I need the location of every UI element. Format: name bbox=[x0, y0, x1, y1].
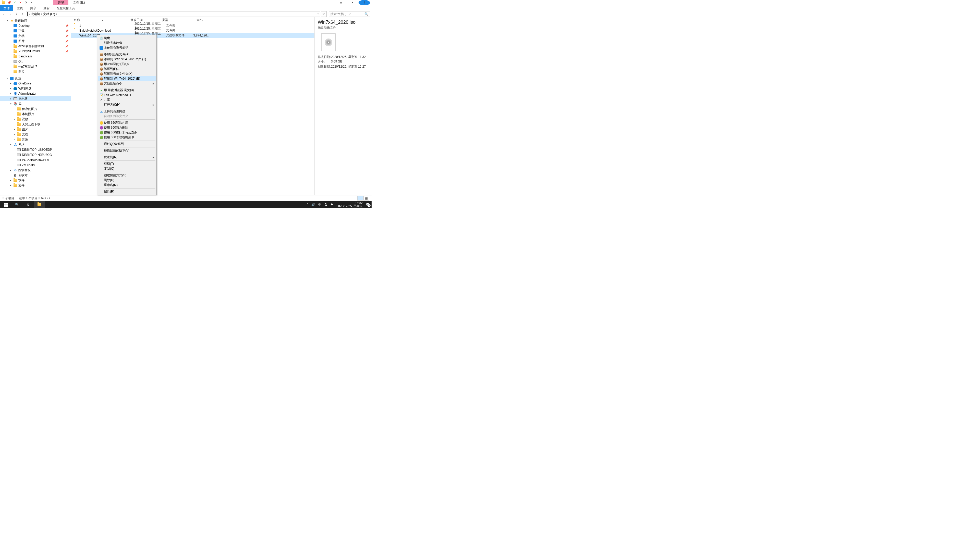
help-button[interactable]: ? bbox=[359, 0, 370, 5]
nav-this-pc[interactable]: ▸此电脑 bbox=[0, 96, 71, 101]
ctx-send-to[interactable]: 发送到(N)▶ bbox=[98, 155, 156, 160]
qat-delete-icon[interactable]: ✖ bbox=[18, 0, 22, 5]
nav-excel[interactable]: excel表格制作求和📌 bbox=[0, 44, 71, 49]
file-row[interactable]: 1 2020/12/15, 星期二 1... 文件夹 bbox=[71, 23, 314, 28]
nav-pictures[interactable]: 图片📌 bbox=[0, 38, 71, 44]
nav-desktop-root[interactable]: ▾桌面 bbox=[0, 76, 71, 81]
ctx-properties[interactable]: 属性(R) bbox=[98, 189, 156, 194]
ctx-other-compress[interactable]: 📦其他压缩命令▶ bbox=[98, 81, 156, 86]
tab-share[interactable]: 共享 bbox=[27, 5, 40, 11]
nav-yunqishi[interactable]: YUNQISHI2019📌 bbox=[0, 49, 71, 54]
minimize-button[interactable]: ― bbox=[324, 0, 335, 5]
ime-indicator[interactable]: 中 bbox=[318, 203, 321, 207]
nav-forward-button[interactable]: → bbox=[8, 11, 13, 17]
nav-camera[interactable]: 本机照片 bbox=[0, 111, 71, 117]
close-button[interactable]: ✕ bbox=[347, 0, 358, 5]
maximize-button[interactable]: ▭ bbox=[335, 0, 347, 5]
nav-pc3[interactable]: PC-20190530OBLA bbox=[0, 157, 71, 162]
nav-control-panel[interactable]: ▸⚙控制面板 bbox=[0, 168, 71, 173]
ctx-open-with[interactable]: 打开方式(H)▶ bbox=[98, 102, 156, 107]
ctx-360-scan[interactable]: 🟢使用 360进行木马云查杀 bbox=[98, 130, 156, 135]
ctx-copy[interactable]: 复制(C) bbox=[98, 166, 156, 171]
task-view-button[interactable]: ⧉ bbox=[22, 201, 34, 208]
flag-icon[interactable]: ⚑ bbox=[331, 203, 333, 206]
ctx-notepadpp[interactable]: 📝Edit with Notepad++ bbox=[98, 93, 156, 97]
ctx-qq-send[interactable]: 通过QQ发送到 bbox=[98, 141, 156, 146]
nav-pc2[interactable]: DESKTOP-NJEU3CG bbox=[0, 152, 71, 157]
ctx-honey-browser[interactable]: ●用 蜂蜜浏览器 浏览(3) bbox=[98, 88, 156, 93]
nav-back-button[interactable]: ← bbox=[2, 11, 6, 17]
nav-videos[interactable]: ▸视频 bbox=[0, 117, 71, 122]
ctx-baidu-upload[interactable]: ☁上传到百度网盘 bbox=[98, 109, 156, 114]
tab-home[interactable]: 主页 bbox=[13, 5, 27, 11]
ctx-360-unlock[interactable]: 🟡使用 360解除占用 bbox=[98, 121, 156, 125]
start-button[interactable] bbox=[0, 201, 11, 208]
ctx-delete[interactable]: 删除(D) bbox=[98, 178, 156, 183]
explorer-task[interactable] bbox=[34, 201, 45, 208]
qat-more-icon[interactable]: ▾ bbox=[30, 0, 34, 5]
nav-downloads[interactable]: 下载📌 bbox=[0, 28, 71, 33]
nav-pc4[interactable]: ZMT2019 bbox=[0, 162, 71, 168]
ctx-mount[interactable]: 💿装载 bbox=[98, 36, 156, 41]
ctx-extract-here[interactable]: 📦解压到当前文件夹(X) bbox=[98, 71, 156, 76]
view-details-button[interactable]: ☰ bbox=[357, 196, 363, 200]
view-icons-button[interactable]: ▦ bbox=[363, 196, 369, 200]
tab-file[interactable]: 文件 bbox=[0, 5, 13, 11]
action-center-button[interactable]: 💬3 bbox=[366, 203, 369, 206]
ctx-cut[interactable]: 剪切(T) bbox=[98, 162, 156, 166]
col-size[interactable]: 大小 bbox=[185, 17, 205, 23]
ctx-add-archive[interactable]: 📦添加到压缩文件(A)... bbox=[98, 52, 156, 57]
nav-recent-button[interactable]: ▾ bbox=[14, 11, 19, 17]
tray-overflow-button[interactable]: ˄ bbox=[307, 203, 308, 206]
breadcrumb-root[interactable]: 此电脑 bbox=[31, 12, 40, 16]
nav-admin[interactable]: ▸👤Administrator bbox=[0, 91, 71, 96]
nav-onedrive[interactable]: ▸OneDrive bbox=[0, 81, 71, 86]
breadcrumb-folder[interactable]: 文档 (E:) bbox=[43, 12, 55, 16]
breadcrumb-dropdown-icon[interactable]: ▾ bbox=[318, 13, 319, 15]
chevron-right-icon[interactable]: › bbox=[41, 12, 42, 16]
nav-music[interactable]: ▸音乐 bbox=[0, 137, 71, 142]
nav-win7[interactable]: win7重装win7 bbox=[0, 64, 71, 69]
network-icon[interactable]: 🖧 bbox=[325, 203, 328, 206]
qat-save-icon[interactable]: ✔ bbox=[13, 0, 17, 5]
nav-desktop[interactable]: Desktop📌 bbox=[0, 23, 71, 28]
search-button[interactable]: 🔍 bbox=[11, 201, 22, 208]
nav-tianyi[interactable]: 天翼云盘下载 bbox=[0, 122, 71, 127]
nav-quick-access[interactable]: ▾★快速访问 bbox=[0, 18, 71, 23]
nav-bandicam[interactable]: Bandicam bbox=[0, 54, 71, 59]
nav-pictures3[interactable]: ▸图片 bbox=[0, 127, 71, 132]
ctx-extract-named[interactable]: 📦解压到 Win7x64_2020\ (E) bbox=[98, 76, 156, 81]
file-row[interactable]: BaiduNetdiskDownload 2020/12/25, 星期五 1..… bbox=[71, 28, 314, 33]
ctx-360-manage[interactable]: 🟢使用 360管理右键菜单 bbox=[98, 135, 156, 140]
navigation-pane[interactable]: ▾★快速访问 Desktop📌 下载📌 文档📌 图片📌 excel表格制作求和📌… bbox=[0, 17, 71, 195]
nav-documents2[interactable]: ▸文档 bbox=[0, 132, 71, 137]
nav-libraries[interactable]: ▾📚库 bbox=[0, 101, 71, 106]
search-input[interactable]: 搜索"文档 (E:)" 🔍 bbox=[329, 11, 370, 17]
nav-soft[interactable]: ▸软件 bbox=[0, 178, 71, 183]
ctx-add-zip[interactable]: 📦添加到 "Win7x64_2020.zip" (T) bbox=[98, 57, 156, 62]
nav-gdrive[interactable]: G:\ bbox=[0, 59, 71, 64]
nav-network[interactable]: ▾🖧网络 bbox=[0, 142, 71, 147]
nav-files[interactable]: ▸文件 bbox=[0, 183, 71, 188]
ctx-burn[interactable]: 刻录光盘映像 bbox=[98, 41, 156, 45]
volume-icon[interactable]: 🔊 bbox=[311, 203, 315, 206]
nav-documents[interactable]: 文档📌 bbox=[0, 33, 71, 38]
chevron-right-icon[interactable]: › bbox=[29, 12, 30, 16]
nav-recycle[interactable]: 🗑回收站 bbox=[0, 173, 71, 178]
qat-pin-icon[interactable]: 📌 bbox=[7, 0, 11, 5]
ctx-shortcut[interactable]: 创建快捷方式(S) bbox=[98, 173, 156, 178]
ctx-extract-to[interactable]: 📦解压到(F)... bbox=[98, 67, 156, 71]
qat-undo-icon[interactable]: ⟳ bbox=[24, 0, 28, 5]
nav-saved-pics[interactable]: 保存的图片 bbox=[0, 106, 71, 111]
tab-view[interactable]: 查看 bbox=[40, 5, 53, 11]
ctx-youdao[interactable]: 上传到有道云笔记 bbox=[98, 45, 156, 50]
taskbar-clock[interactable]: 16:32 2020/12/25, 星期五 bbox=[336, 202, 363, 208]
tab-disc-tools[interactable]: 光盘映像工具 bbox=[53, 5, 79, 11]
chevron-right-icon[interactable]: › bbox=[56, 12, 57, 16]
nav-pictures2[interactable]: 图片 bbox=[0, 69, 71, 74]
nav-up-button[interactable]: ↑ bbox=[20, 11, 25, 17]
ctx-rename[interactable]: 重命名(M) bbox=[98, 183, 156, 187]
col-name[interactable]: 名称▴ bbox=[71, 17, 128, 23]
ctx-360-delete[interactable]: 🟣使用 360强力删除 bbox=[98, 125, 156, 130]
nav-wps[interactable]: ▸WPS网盘 bbox=[0, 86, 71, 91]
